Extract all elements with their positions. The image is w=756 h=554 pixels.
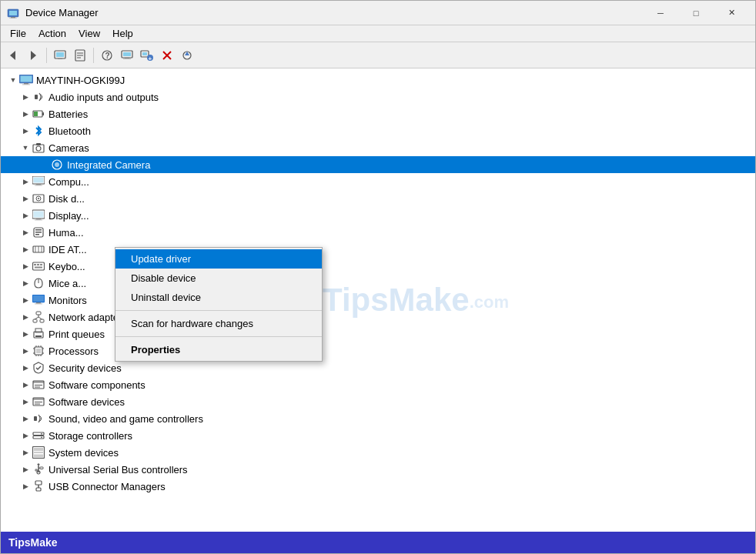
svg-rect-105	[34, 452, 43, 453]
tree-item-usb[interactable]: ▶ Universal Serial Bus controllers	[1, 461, 755, 478]
tree-item-keyboard[interactable]: ▶ Keybo...	[1, 258, 755, 275]
tree-item-disk[interactable]: ▶ Disk d...	[1, 190, 755, 207]
tree-item-audio[interactable]: ▶ Audio inputs and outputs	[1, 88, 755, 105]
keyboard-icon	[32, 259, 45, 273]
tree-root[interactable]: ▼ MAYTINH-OGKI99J	[1, 72, 755, 88]
tree-item-bluetooth[interactable]: ▶ Bluetooth	[1, 122, 755, 139]
svg-rect-20	[142, 52, 147, 55]
menu-help[interactable]: Help	[106, 26, 139, 41]
print-label: Print queues	[49, 329, 105, 340]
sound-label: Sound, video and game controllers	[49, 413, 203, 425]
system-label: System devices	[49, 447, 119, 459]
close-button[interactable]: ✕	[714, 1, 749, 25]
context-menu-uninstall-device[interactable]: Uninstall device	[115, 288, 322, 307]
status-bar: TipsMake	[1, 532, 755, 553]
disable-device-label: Disable device	[131, 272, 196, 284]
tree-item-integrated-camera[interactable]: Integrated Camera	[1, 156, 755, 173]
scan-changes-button[interactable]	[178, 46, 196, 65]
disk-icon	[32, 192, 45, 205]
window-controls: ─ □ ✕	[643, 1, 749, 25]
tree-item-system[interactable]: ▶ System devices	[1, 444, 755, 461]
forward-button[interactable]	[24, 46, 42, 65]
svg-rect-99	[33, 432, 44, 436]
svg-rect-29	[24, 83, 28, 85]
toolbar-sep-1	[46, 48, 47, 63]
camera-device-label: Integrated Camera	[67, 159, 150, 171]
svg-rect-77	[35, 335, 42, 337]
usb-icon	[32, 462, 45, 476]
tree-item-software-components[interactable]: ▶ Software components	[1, 376, 755, 393]
properties-button[interactable]	[71, 46, 89, 65]
tree-item-usb-connector[interactable]: ▶ USB Connector Managers	[1, 478, 755, 495]
uninstall-device-label: Uninstall device	[131, 292, 201, 303]
update-driver-button[interactable]: +	[138, 46, 156, 65]
tree-item-mice[interactable]: ▶ Mice a...	[1, 275, 755, 292]
svg-rect-50	[35, 220, 42, 221]
context-menu-properties[interactable]: Properties	[115, 340, 322, 359]
svg-rect-30	[22, 85, 30, 85]
context-menu: Update driver Disable device Uninstall d…	[115, 247, 323, 362]
svg-rect-3	[9, 18, 17, 18]
context-menu-disable-device[interactable]: Disable device	[115, 269, 322, 288]
svg-rect-98	[34, 416, 37, 421]
monitors-chevron: ▶	[19, 294, 32, 306]
update-driver-label: Update driver	[131, 253, 191, 265]
batteries-chevron: ▶	[19, 108, 32, 120]
display-chevron: ▶	[19, 209, 32, 222]
tree-item-software-devices[interactable]: ▶ Software devices	[1, 393, 755, 410]
tree-item-processors[interactable]: ▶	[1, 342, 755, 359]
content-area: ▼ MAYTINH-OGKI99J ▶	[1, 68, 755, 532]
svg-rect-91	[33, 381, 44, 383]
monitors-icon	[32, 293, 45, 307]
sw-comp-chevron: ▶	[19, 379, 32, 391]
processors-label: Processors	[49, 345, 99, 357]
tree-item-computer[interactable]: ▶ Compu...	[1, 173, 755, 190]
ide-chevron: ▶	[19, 243, 32, 255]
show-device-manager-button[interactable]	[51, 46, 69, 65]
context-menu-update-driver[interactable]: Update driver	[115, 249, 322, 269]
svg-rect-53	[35, 229, 42, 231]
computer-label: Compu...	[49, 176, 89, 188]
back-button[interactable]	[4, 46, 22, 65]
network-chevron: ▶	[19, 311, 32, 323]
tree-item-monitors[interactable]: ▶ Monitors	[1, 292, 755, 309]
usb-conn-chevron: ▶	[19, 480, 32, 492]
minimize-button[interactable]: ─	[643, 1, 678, 25]
tree-item-network[interactable]: ▶ Network adapters	[1, 309, 755, 325]
svg-rect-106	[34, 455, 43, 458]
storage-chevron: ▶	[19, 429, 32, 442]
tree-item-sound[interactable]: ▶ Sound, video and game controllers	[1, 410, 755, 427]
bluetooth-chevron: ▶	[19, 125, 32, 137]
svg-rect-69	[36, 312, 41, 315]
tree-item-storage[interactable]: ▶ Storage controllers	[1, 427, 755, 444]
svg-rect-104	[34, 448, 43, 451]
print-icon	[32, 327, 45, 341]
monitors-label: Monitors	[49, 295, 87, 306]
network-button[interactable]	[118, 46, 136, 65]
audio-label: Audio inputs and outputs	[49, 92, 159, 103]
svg-rect-37	[36, 143, 41, 145]
menu-view[interactable]: View	[72, 26, 106, 41]
hid-label: Huma...	[49, 227, 84, 239]
device-tree[interactable]: ▼ MAYTINH-OGKI99J ▶	[1, 68, 755, 532]
menu-action[interactable]: Action	[32, 26, 72, 41]
app-icon	[7, 7, 19, 19]
tree-item-cameras[interactable]: ▼ Cameras	[1, 139, 755, 156]
svg-rect-34	[34, 112, 38, 116]
menu-file[interactable]: File	[4, 26, 32, 41]
tree-item-print[interactable]: ▶ Print queues	[1, 325, 755, 342]
uninstall-button[interactable]	[158, 46, 176, 65]
help-button[interactable]: ?	[98, 46, 116, 65]
usb-conn-label: USB Connector Managers	[49, 481, 166, 492]
context-menu-scan-hardware[interactable]: Scan for hardware changes	[115, 314, 322, 333]
tree-item-security[interactable]: ▶ Security devices	[1, 359, 755, 376]
keyboard-chevron: ▶	[19, 260, 32, 272]
svg-rect-93	[35, 387, 40, 388]
svg-rect-70	[33, 319, 37, 322]
tree-item-batteries[interactable]: ▶ Batteries	[1, 105, 755, 122]
maximize-button[interactable]: □	[678, 1, 714, 25]
tree-item-display[interactable]: ▶ Display...	[1, 207, 755, 224]
tree-item-ide[interactable]: ▶ IDE AT...	[1, 241, 755, 258]
svg-line-74	[38, 317, 42, 319]
tree-item-hid[interactable]: ▶ Huma...	[1, 224, 755, 241]
